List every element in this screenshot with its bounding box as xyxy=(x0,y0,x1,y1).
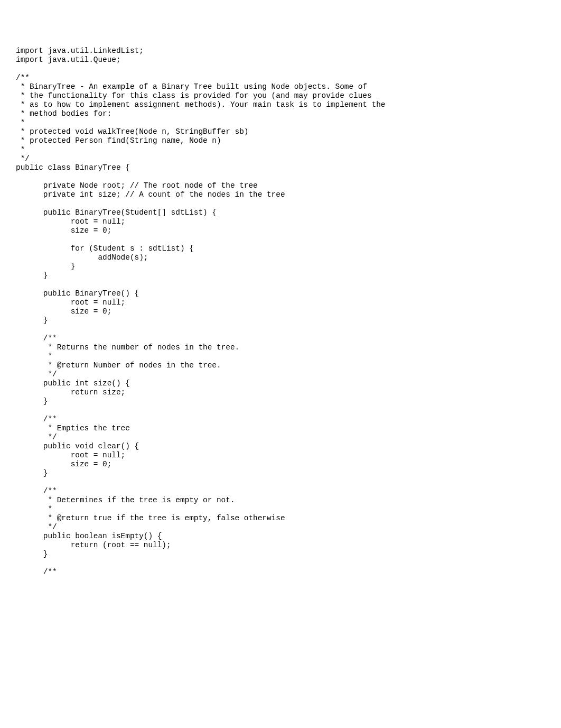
document-page: import java.util.LinkedList; import java… xyxy=(0,0,561,728)
code-block: import java.util.LinkedList; import java… xyxy=(16,47,545,577)
